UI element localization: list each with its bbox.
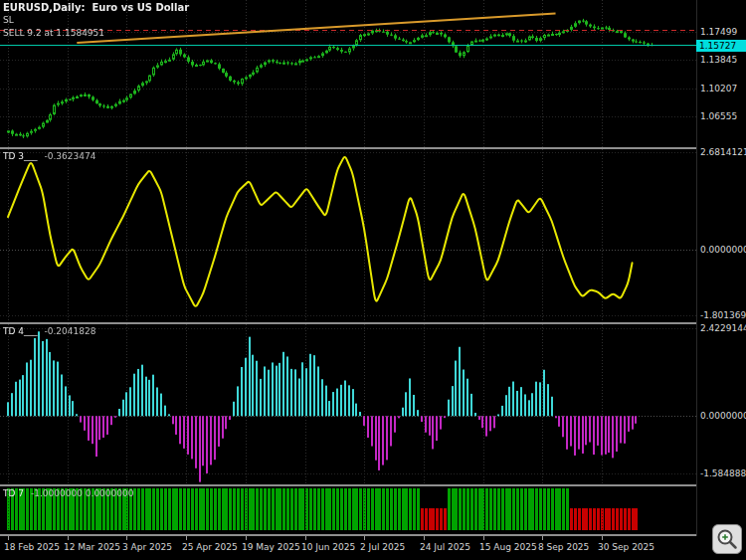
time-axis-label: 19 May 2025 bbox=[242, 542, 300, 552]
time-axis-tick bbox=[8, 536, 9, 540]
time-axis-label: 12 Mar 2025 bbox=[64, 542, 120, 552]
time-axis-tick bbox=[542, 536, 543, 540]
td3-scale-label: -1.8013699 bbox=[700, 310, 746, 320]
td7-values: -1.0000000 0.0000000 bbox=[31, 488, 133, 498]
td4-value: -0.2041828 bbox=[45, 326, 96, 336]
magnifier-plus-icon bbox=[715, 527, 739, 551]
time-axis[interactable]: 18 Feb 202512 Mar 20253 Apr 202525 Apr 2… bbox=[0, 536, 746, 560]
td7-name: TD 7 bbox=[3, 488, 24, 498]
td4-scale-label: -1.5848888 bbox=[700, 468, 746, 478]
current-price-badge: 1.15727 bbox=[696, 40, 746, 52]
td3-indicator-panel: TD 3___-0.3623474 bbox=[0, 149, 696, 322]
td3-scale-label: 0.0000000 bbox=[700, 245, 746, 255]
td3-value: -0.3623474 bbox=[45, 151, 96, 161]
td4-scale-label: 0.0000000 bbox=[700, 411, 746, 421]
price-scale-label: 1.17499 bbox=[700, 27, 737, 37]
time-axis-tick bbox=[483, 536, 484, 540]
time-axis-label: 8 Sep 2025 bbox=[538, 542, 589, 552]
sell-trade-label: SELL 9.2 at 1.1584951 bbox=[3, 28, 104, 38]
price-chart-canvas[interactable] bbox=[0, 0, 696, 147]
zoom-button[interactable] bbox=[712, 524, 742, 554]
time-axis-tick bbox=[186, 536, 187, 540]
time-axis-label: 15 Aug 2025 bbox=[479, 542, 537, 552]
time-axis-tick bbox=[305, 536, 306, 540]
price-scale-label: 1.06555 bbox=[700, 111, 737, 121]
chart-title: EURUSD,Daily: Euro vs US Dollar bbox=[3, 2, 189, 13]
td4-indicator-panel: TD 4___-0.2041828 bbox=[0, 324, 696, 484]
td3-canvas[interactable] bbox=[0, 149, 696, 322]
time-axis-label: 24 Jul 2025 bbox=[420, 542, 470, 552]
time-axis-tick bbox=[424, 536, 425, 540]
time-axis-label: 3 Apr 2025 bbox=[122, 542, 172, 552]
time-axis-tick bbox=[68, 536, 69, 540]
price-scale[interactable]: 1.174991.138451.102071.065552.68141210.0… bbox=[696, 0, 746, 536]
price-scale-label: 1.13845 bbox=[700, 55, 737, 65]
time-axis-label: 10 Jun 2025 bbox=[301, 542, 355, 552]
stop-loss-label: SL bbox=[3, 15, 14, 25]
time-axis-tick bbox=[126, 536, 127, 540]
td3-scale-label: 2.6814121 bbox=[700, 147, 746, 157]
price-scale-label: 1.10207 bbox=[700, 84, 737, 93]
td4-canvas[interactable] bbox=[0, 324, 696, 484]
td7-indicator-panel: TD 7-1.0000000 0.0000000 bbox=[0, 486, 696, 534]
chart-window: EURUSD,Daily: Euro vs US Dollar SL SELL … bbox=[0, 0, 746, 560]
td4-header: TD 4___-0.2041828 bbox=[3, 326, 95, 336]
td4-name: TD 4___ bbox=[3, 326, 38, 336]
td3-header: TD 3___-0.3623474 bbox=[3, 151, 95, 161]
price-chart-panel: EURUSD,Daily: Euro vs US Dollar SL SELL … bbox=[0, 0, 696, 147]
td7-header: TD 7-1.0000000 0.0000000 bbox=[3, 488, 133, 498]
time-axis-tick bbox=[246, 536, 247, 540]
time-axis-label: 25 Apr 2025 bbox=[182, 542, 238, 552]
time-axis-label: 30 Sep 2025 bbox=[598, 542, 654, 552]
td3-name: TD 3___ bbox=[3, 151, 38, 161]
time-axis-tick bbox=[364, 536, 365, 540]
time-axis-label: 18 Feb 2025 bbox=[4, 542, 60, 552]
time-axis-label: 2 Jul 2025 bbox=[360, 542, 405, 552]
td4-scale-label: 2.4229144 bbox=[700, 323, 746, 333]
time-axis-tick bbox=[602, 536, 603, 540]
